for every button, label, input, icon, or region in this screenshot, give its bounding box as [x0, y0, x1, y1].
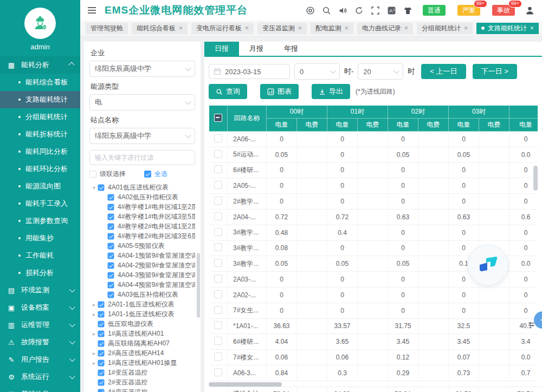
tree-item[interactable]: 4A04-2预留9#食堂屋顶空调机组仪表: [89, 260, 195, 270]
tab-分组能耗统计[interactable]: 分组能耗统计×: [417, 23, 473, 34]
period-tab-日报[interactable]: 日报: [204, 42, 239, 56]
cascade-checkbox[interactable]: [89, 171, 96, 178]
tab-能耗综合看板[interactable]: 能耗综合看板×: [132, 23, 188, 34]
tree-checkbox[interactable]: [108, 252, 114, 259]
tree-checkbox[interactable]: [108, 223, 114, 230]
tree-item[interactable]: 2#变压器温控: [89, 377, 195, 387]
close-icon[interactable]: ×: [464, 25, 468, 31]
font-size-icon[interactable]: A2: [387, 6, 396, 15]
sidebar-item-分组能耗统计[interactable]: 分组能耗统计: [0, 108, 80, 126]
hour-end-select[interactable]: 20: [358, 63, 403, 80]
row-checkbox[interactable]: [214, 197, 222, 205]
select-all-label[interactable]: 全选: [154, 169, 167, 179]
row-checkbox[interactable]: [214, 275, 222, 283]
tab-变压器监测[interactable]: 变压器监测×: [257, 23, 307, 34]
sidebar-item-能耗手工录入[interactable]: 能耗手工录入: [0, 195, 80, 212]
column-filter-icon[interactable]: [528, 321, 535, 330]
sidebar-item-工作能耗[interactable]: 工作能耗: [0, 247, 80, 264]
tab-电力曲线记录[interactable]: 电力曲线记录×: [357, 23, 413, 34]
sidebar-item-用能集抄[interactable]: 用能集抄: [0, 230, 80, 247]
tree-item[interactable]: 4#教学楼1#电井区域1至2层动力仪表: [89, 202, 195, 212]
row-checkbox[interactable]: [214, 212, 222, 220]
close-icon[interactable]: ×: [404, 25, 408, 31]
tree-checkbox[interactable]: [98, 350, 105, 356]
tree-item[interactable]: 低压双电源仪表: [89, 319, 195, 329]
tree-item[interactable]: 4#变压器温控: [89, 387, 195, 392]
tree-item[interactable]: ▾4A01低压进线柜仪表: [89, 182, 195, 192]
tree-item[interactable]: 4A02低压补偿柜仪表: [89, 192, 195, 202]
caret-down-icon[interactable]: ▾: [91, 185, 98, 191]
tree-checkbox[interactable]: [98, 369, 105, 376]
caret-right-icon[interactable]: ▸: [91, 302, 98, 308]
fullscreen-icon[interactable]: [371, 6, 380, 15]
tree-item[interactable]: ▸2#高压进线柜AH14: [89, 348, 195, 358]
chart-button[interactable]: 图表: [260, 84, 299, 99]
tree-scrollbar[interactable]: [197, 253, 200, 318]
tree-item[interactable]: 4A03低压补偿柜仪表: [89, 290, 195, 299]
sidebar-group-设备档案[interactable]: ▣设备档案: [0, 299, 80, 316]
tab-管理驾驶舱[interactable]: 管理驾驶舱: [86, 23, 128, 34]
service-icon[interactable]: [306, 6, 315, 15]
close-icon[interactable]: ×: [345, 25, 349, 31]
table-select-all-checkbox[interactable]: [214, 114, 222, 122]
sidebar-item-能耗折标统计[interactable]: 能耗折标统计: [0, 126, 80, 143]
tree-item[interactable]: 4#教学楼2#电井区域3至6层动力仪表: [89, 231, 195, 241]
row-checkbox[interactable]: [214, 306, 222, 314]
tree-checkbox[interactable]: [98, 379, 105, 386]
row-checkbox[interactable]: [214, 165, 222, 173]
tree-checkbox[interactable]: [108, 213, 114, 220]
tree-item[interactable]: 4#教学楼2#电井区域1至2层动力仪表: [89, 221, 195, 231]
avatar[interactable]: [24, 8, 56, 39]
vertical-scrollbar[interactable]: [533, 166, 538, 191]
row-checkbox[interactable]: [214, 321, 222, 329]
prev-day-button[interactable]: < 上一日: [421, 64, 466, 79]
query-button[interactable]: 查询: [209, 84, 247, 99]
refresh-icon[interactable]: [354, 6, 364, 15]
sidebar-item-监测参数查询[interactable]: 监测参数查询: [0, 212, 80, 230]
row-checkbox[interactable]: [214, 337, 222, 345]
tree-checkbox[interactable]: [98, 360, 105, 366]
tree-checkbox[interactable]: [98, 389, 105, 392]
row-checkbox[interactable]: [214, 259, 222, 267]
tree-checkbox[interactable]: [108, 262, 114, 269]
close-icon[interactable]: ×: [530, 25, 534, 31]
hour-start-select[interactable]: 0: [294, 63, 340, 80]
tree-checkbox[interactable]: [108, 194, 114, 200]
sidebar-item-支路能耗统计[interactable]: 支路能耗统计: [0, 91, 80, 108]
alarm-badge-严重[interactable]: 严重99+: [457, 5, 480, 16]
date-picker[interactable]: 2023-03-15: [209, 64, 290, 79]
site-name-select[interactable]: 绵阳东辰高级中学: [89, 128, 195, 144]
user-icon[interactable]: [525, 6, 534, 15]
tree-checkbox[interactable]: [98, 340, 105, 347]
tree-checkbox[interactable]: [98, 321, 105, 327]
sidebar-group-能耗分析[interactable]: ▦能耗分析: [0, 56, 80, 74]
tree-checkbox[interactable]: [108, 291, 114, 298]
export-button[interactable]: 导出: [312, 84, 350, 99]
tab-变电所运行看板[interactable]: 变电所运行看板×: [191, 23, 254, 34]
keyword-filter-input[interactable]: [89, 150, 195, 165]
close-icon[interactable]: ×: [179, 25, 183, 31]
horizontal-scrollbar[interactable]: [209, 382, 538, 387]
volume-icon[interactable]: [338, 6, 347, 15]
sidebar-group-用户报告[interactable]: ✎用户报告: [0, 351, 80, 368]
enterprise-select[interactable]: 绵阳东辰高级中学: [89, 61, 195, 77]
sidebar-item-能耗综合看板[interactable]: 能耗综合看板: [0, 74, 80, 91]
sidebar-group-运维管理[interactable]: ▥运维管理: [0, 316, 80, 334]
next-day-button[interactable]: 下一日 >: [473, 64, 517, 79]
sidebar-item-能耗环比分析[interactable]: 能耗环比分析: [0, 160, 80, 178]
tree-checkbox[interactable]: [108, 243, 114, 249]
tab-配电监测[interactable]: 配电监测×: [311, 23, 353, 34]
tree-item[interactable]: ▸1#高压进线柜AH01操显: [89, 358, 195, 368]
sidebar-group-环境监测[interactable]: ▤环境监测: [0, 282, 80, 299]
sidebar-item-损耗分析[interactable]: 损耗分析: [0, 264, 80, 282]
tree-checkbox[interactable]: [98, 184, 105, 191]
alarm-badge-普通[interactable]: 普通: [423, 5, 446, 16]
tree-item[interactable]: ▸2A01-1低压进线柜仪表: [89, 299, 195, 309]
row-checkbox[interactable]: [214, 368, 222, 376]
sidebar-group-基础信息[interactable]: ☰基础信息: [0, 386, 80, 392]
energy-type-select[interactable]: 电: [89, 94, 195, 110]
row-checkbox[interactable]: [214, 181, 222, 189]
sidebar-group-系统运行[interactable]: ⚙系统运行: [0, 368, 80, 386]
tree-checkbox[interactable]: [108, 282, 114, 288]
row-checkbox[interactable]: [214, 243, 222, 251]
